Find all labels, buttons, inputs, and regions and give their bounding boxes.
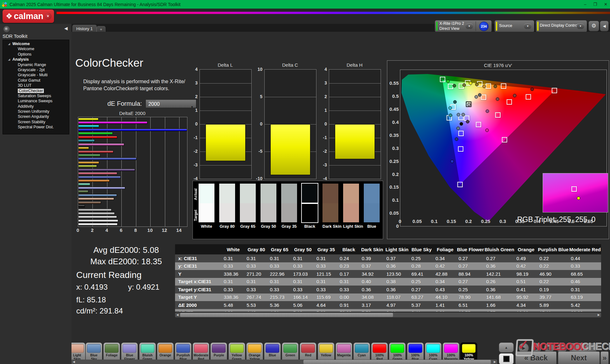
sidebar-collapse-icon[interactable]: ◀ [64,26,68,31]
tree-expand-icon[interactable]: ◢ [8,41,10,46]
panel-collapse-icon[interactable]: ◀ [600,21,609,31]
sidebar-pin-button[interactable] [3,26,10,33]
palette-button-blue[interactable]: Blue [264,342,281,362]
table-row: Target Y338.36267.74215.73166.14115.690.… [175,293,601,301]
swatch-dark-skin[interactable]: Dark Skin [322,184,338,229]
minimize-button[interactable]: – [584,2,586,7]
y-tick-label: -4 [188,176,198,181]
next-button[interactable]: Next [558,351,600,364]
sidebar-item-screen-uniformity[interactable]: Screen Uniformity [3,109,69,114]
color-chip [248,344,261,353]
chevron-down-icon[interactable]: ▼ [577,24,584,29]
sidebar-item-grayscale-2pt[interactable]: Grayscale - 2pt [3,67,69,72]
palette-button-moderate-red[interactable]: ModerateRed [193,342,209,362]
swatch-gray-65[interactable]: Gray 65 [240,184,256,229]
table-cell: 0.42 [515,262,538,270]
y-tick-label: -3 [317,162,327,167]
sidebar-item-color-gamut[interactable]: Color Gamut [3,78,69,83]
table-scrollbar[interactable]: ◀ ▶ [175,313,601,317]
sidebar-title: SDR Toolkit [3,33,27,39]
palette-button-100-red[interactable]: 100%Red [371,342,388,362]
palette-button-magenta[interactable]: Magenta [336,342,352,362]
palette-button-100-cyan[interactable]: 100%Cyan [425,342,442,362]
table-cell: 4.64 [315,301,338,309]
swatch-white[interactable]: White [199,184,214,229]
delta_h-chart [329,69,381,179]
y-tick-label: 0.05 [388,210,399,216]
measurement-marker [453,84,456,87]
sidebar-item-screen-angularity[interactable]: Screen Angularity [3,114,69,119]
palette-button-light-skin[interactable]: LightSkin [71,342,85,362]
deltae-bar [78,121,147,124]
sidebar-item-options[interactable]: Options [3,52,69,57]
tree-expand-icon[interactable]: ◢ [8,57,10,62]
sidebar-item-analysis[interactable]: ◢Analysis [3,57,69,62]
table-cell: 98.19 [515,270,538,278]
table-cell: 5.13 [291,309,315,312]
palette-button-100-magenta[interactable]: 100%Magenta [443,342,459,362]
de-formula-select[interactable]: 2000 ▼ [146,99,196,108]
palette-button-blue-flower[interactable]: BlueFlower [121,342,138,362]
palette-button-foliage[interactable]: Foliage [103,342,120,362]
sidebar-item-additivity[interactable]: Additivity [3,104,69,109]
sidebar-item-screen-stability[interactable]: Screen Stability [3,119,69,125]
sidebar-item-3d-lut[interactable]: 3D LUT [3,83,69,88]
gear-icon[interactable]: ⚙ [588,21,599,31]
palette-button-cyan[interactable]: Cyan [353,342,370,362]
palette-button-red[interactable]: Red [300,342,316,362]
stop-measure-button[interactable] [499,353,514,364]
swatch-gray-80[interactable]: Gray 80 [219,184,235,229]
scroll-right-icon[interactable]: ▶ [492,360,497,364]
scroll-left-icon[interactable]: ◀ [175,313,180,317]
measurement-table: WhiteGray 80Gray 65Gray 50Gray 35BlackDa… [175,244,601,312]
x-tick-label: 0.05 [412,219,422,224]
sidebar-item-luminance-sweeps[interactable]: Luminance Sweeps [3,98,69,104]
column-header: Gray 50 [291,244,315,254]
back-button[interactable]: « Back [515,351,557,364]
x-tick-label: 0.4 [534,219,540,224]
swatch-black[interactable]: Black [302,184,318,229]
cie-chart-title: CIE 1976 u'v' [387,63,609,68]
palette-button-orange-yellow[interactable]: OrangeYellow [246,342,263,362]
swatch-blue[interactable]: Blue [364,184,380,229]
next-chevron-button[interactable]: » [600,351,609,364]
sidebar-item-welcome[interactable]: ◢Welcome [3,41,69,46]
palette-button-blue-sky[interactable]: BlueSky [85,342,102,362]
sidebar-item-saturation-sweeps[interactable]: Saturation Sweeps [3,93,69,98]
chevron-down-icon[interactable]: ▼ [465,24,473,29]
palette-button-yellow-green[interactable]: YellowGreen [228,342,245,362]
meter-dropdown[interactable]: X-Rite i1Pro 2 Direct View ▼ 234 [435,20,492,32]
chevron-down-icon[interactable]: ▼ [524,24,532,29]
swatch-gray-50[interactable]: Gray 50 [261,184,276,229]
palette-button-100-yellow[interactable]: 100%Yellow [460,342,477,362]
display-control-dropdown[interactable]: Direct Display Control ▼ [536,20,587,32]
palette-partial-button[interactable]: LightSkin [71,342,85,362]
palette-button-yellow[interactable]: Yellow [318,342,335,362]
meter-count-badge[interactable]: 234 [479,22,489,31]
source-dropdown[interactable]: Source ▼ [494,20,534,32]
calman-menu-button[interactable]: ❖ calman ▼ [3,10,54,23]
palette-button-100-green[interactable]: 100%Green [389,342,406,362]
swatch-light-skin[interactable]: Light Skin [343,184,359,229]
palette-button-bluish-green[interactable]: BluishGreen [139,342,156,362]
target-marker [458,131,464,136]
palette-expand-button[interactable]: ▲ [499,342,514,353]
sidebar-item-dynamic-range[interactable]: Dynamic Range [3,62,69,67]
scroll-right-icon[interactable]: ▶ [596,313,601,317]
maximize-button[interactable]: ❐ [593,2,597,7]
chevron-down-icon[interactable]: ▼ [44,13,51,20]
palette-scrollbar[interactable]: ◀ ▶ [71,360,497,364]
sidebar-item-welcome[interactable]: Welcome [3,46,69,51]
scroll-left-icon[interactable]: ◀ [71,360,76,364]
sidebar-item-colorchecker[interactable]: ColorChecker [3,88,69,93]
palette-button-purplish-blue[interactable]: PurplishBlue [175,342,192,362]
sidebar-item-grayscale-multi[interactable]: Grayscale - Multi [3,72,69,78]
sidebar-item-spectral-power-dist-[interactable]: Spectral Power Dist. [3,125,69,130]
swatch-gray-35[interactable]: Gray 35 [281,184,297,229]
palette-button-green[interactable]: Green [282,342,299,362]
palette-button-orange[interactable]: Orange [157,342,174,362]
y-tick-label: 3 [317,80,327,85]
palette-button-100-blue[interactable]: 100%Blue [407,342,424,362]
palette-button-purple[interactable]: Purple [210,342,227,362]
close-button[interactable]: ✕ [604,2,607,7]
